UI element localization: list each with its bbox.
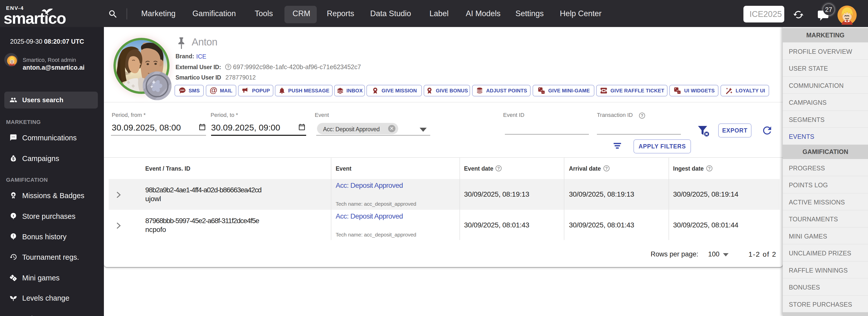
- svg-text:SMS: SMS: [180, 89, 185, 91]
